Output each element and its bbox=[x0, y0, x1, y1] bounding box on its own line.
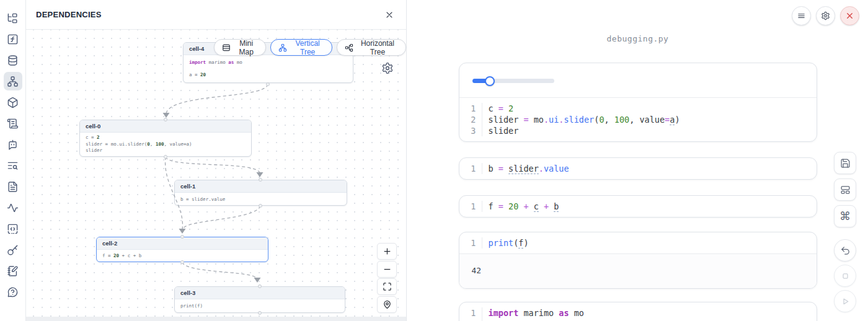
code-editor[interactable]: 1 c = 2 2 slider = mo.ui.slider(0, 100, … bbox=[459, 98, 817, 141]
sidebar-item-chat[interactable] bbox=[4, 135, 22, 154]
sidebar-item-tracing[interactable] bbox=[4, 198, 22, 217]
line-number: 1 bbox=[459, 307, 482, 319]
tracing-icon bbox=[7, 202, 19, 214]
code-editor[interactable]: 1 import marimo as mo 2 bbox=[459, 302, 817, 321]
line-number: 3 bbox=[459, 125, 482, 136]
sidebar-item-packages[interactable] bbox=[4, 93, 22, 112]
maximize-button[interactable] bbox=[377, 278, 397, 295]
node-code: c = 2slider = mo.ui.slider(0, 100, value… bbox=[80, 133, 251, 156]
stop-icon bbox=[840, 271, 851, 281]
sidebar-item-secrets[interactable] bbox=[4, 240, 22, 259]
run-button[interactable] bbox=[834, 290, 856, 312]
network-icon bbox=[278, 43, 287, 52]
snippets-icon bbox=[7, 223, 19, 235]
node-code: b = slider.value bbox=[175, 193, 347, 205]
zoom-in-icon bbox=[383, 247, 392, 256]
graph-node-cell-1[interactable]: cell-1 b = slider.value bbox=[174, 180, 347, 206]
scratchpad-icon bbox=[7, 265, 19, 277]
datasources-icon bbox=[7, 55, 19, 66]
sidebar-item-file-tree[interactable] bbox=[4, 9, 22, 27]
close-icon[interactable] bbox=[383, 8, 396, 22]
view-button-label: Vertical Tree bbox=[291, 39, 324, 56]
line-number: 1 bbox=[459, 237, 482, 248]
horizontal-scrollbar[interactable] bbox=[26, 317, 406, 321]
help-icon bbox=[7, 286, 19, 298]
node-title: cell-1 bbox=[175, 180, 347, 193]
layout-button[interactable] bbox=[834, 178, 856, 201]
stop-button[interactable] bbox=[834, 265, 856, 287]
reset-view-button[interactable] bbox=[377, 296, 397, 313]
graph-node-cell-2[interactable]: cell-2 f = 20 + c + b bbox=[96, 237, 268, 262]
cell-output-area bbox=[459, 63, 817, 97]
undo-icon bbox=[840, 245, 851, 256]
code-text: f = 20 + c + b bbox=[489, 201, 559, 212]
zoom-out-button[interactable] bbox=[377, 261, 397, 278]
sidebar-item-documentation[interactable] bbox=[4, 114, 22, 133]
node-code: f = 20 + c + b bbox=[97, 250, 268, 262]
secrets-icon bbox=[7, 244, 19, 256]
settings-icon bbox=[821, 11, 830, 20]
code-line: 1 print(f) bbox=[459, 237, 817, 248]
maximize-icon bbox=[383, 282, 392, 291]
line-number: 1 bbox=[459, 163, 482, 174]
sidebar-item-help[interactable] bbox=[4, 283, 22, 301]
sidebar-item-scratchpad[interactable] bbox=[4, 262, 22, 280]
shutdown-button[interactable] bbox=[840, 6, 859, 25]
view-button-vertical-tree[interactable]: Vertical Tree bbox=[270, 39, 332, 56]
code-editor[interactable]: 1 b = slider.value bbox=[459, 158, 817, 179]
node-title: cell-3 bbox=[175, 287, 345, 299]
notebook-area: debugging.py 1 c = 2 2 slider = mo.ui.sl… bbox=[407, 0, 868, 321]
documentation-icon bbox=[7, 118, 19, 130]
left-sidebar bbox=[0, 0, 26, 321]
graph-node-cell-0[interactable]: cell-0 c = 2slider = mo.ui.slider(0, 100… bbox=[79, 120, 252, 157]
sidebar-item-datasources[interactable] bbox=[4, 51, 22, 69]
import-cell: 1 import marimo as mo 2 bbox=[459, 302, 817, 321]
sidebar-item-functions[interactable] bbox=[4, 30, 22, 48]
graph-node-cell-3[interactable]: cell-3 print(f) bbox=[174, 286, 345, 313]
file-tree-icon bbox=[7, 12, 19, 24]
view-button-label: Horizontal Tree bbox=[357, 39, 398, 56]
code-line: 1 c = 2 bbox=[459, 103, 817, 114]
graph-settings-icon[interactable] bbox=[381, 61, 396, 76]
view-button-label: Mini Map bbox=[234, 39, 258, 56]
line-number: 1 bbox=[459, 201, 482, 212]
zoom-out-icon bbox=[383, 265, 392, 274]
code-line: 3 slider bbox=[459, 125, 817, 136]
keyboard-shortcuts-button[interactable]: ⌘ bbox=[834, 205, 856, 227]
logs-icon bbox=[7, 160, 19, 172]
code-line: 1 b = slider.value bbox=[459, 163, 817, 174]
settings-button[interactable] bbox=[816, 6, 835, 25]
undo-button[interactable] bbox=[834, 239, 856, 262]
slider-widget[interactable] bbox=[472, 79, 554, 83]
sidebar-item-dependencies[interactable] bbox=[4, 72, 22, 90]
save-button[interactable] bbox=[834, 152, 856, 174]
dependencies-panel-header: DEPENDENCIES bbox=[26, 0, 406, 30]
menu-button[interactable] bbox=[792, 6, 811, 25]
layout-icon bbox=[840, 185, 851, 195]
b-cell: 1 b = slider.value bbox=[459, 157, 817, 180]
dependency-graph[interactable]: Mini MapVertical TreeHorizontal Tree cel… bbox=[26, 30, 406, 321]
chat-icon bbox=[7, 139, 19, 151]
reset-view-icon bbox=[383, 300, 392, 309]
network-h-icon bbox=[345, 43, 353, 52]
code-editor[interactable]: 1 print(f) bbox=[459, 232, 817, 253]
shutdown-icon bbox=[845, 11, 854, 20]
packages-icon bbox=[7, 97, 19, 108]
sidebar-item-snippets[interactable] bbox=[4, 219, 22, 238]
node-code: print(f) bbox=[175, 299, 345, 312]
keyboard-shortcuts-icon: ⌘ bbox=[839, 211, 851, 222]
sidebar-item-logs[interactable] bbox=[4, 156, 22, 175]
f-cell: 1 f = 20 + c + b bbox=[459, 195, 817, 218]
code-text: b = slider.value bbox=[489, 163, 569, 174]
zoom-in-button[interactable] bbox=[377, 243, 397, 260]
dependencies-icon bbox=[7, 76, 19, 87]
sidebar-item-files[interactable] bbox=[4, 177, 22, 196]
line-number: 1 bbox=[459, 103, 482, 114]
view-button-mini-map[interactable]: Mini Map bbox=[214, 39, 266, 56]
slider-thumb[interactable] bbox=[485, 76, 495, 86]
view-button-horizontal-tree[interactable]: Horizontal Tree bbox=[337, 39, 406, 56]
code-editor[interactable]: 1 f = 20 + c + b bbox=[459, 196, 817, 217]
code-line: 2 slider = mo.ui.slider(0, 100, value=a) bbox=[459, 114, 817, 125]
close-x-icon bbox=[384, 10, 394, 20]
print-cell: 1 print(f) 42 bbox=[459, 232, 817, 289]
